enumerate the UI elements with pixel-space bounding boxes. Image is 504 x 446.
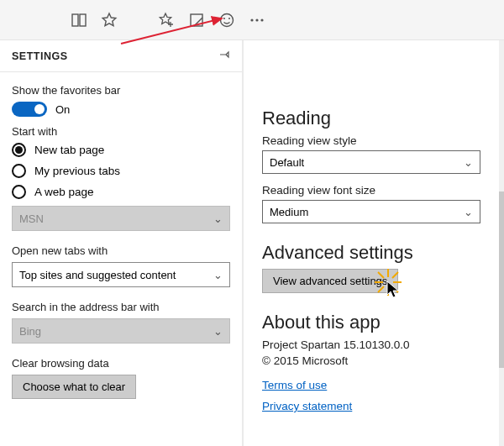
reading-style-value: Default [270, 156, 304, 169]
note-icon[interactable] [186, 10, 207, 30]
radio-new-tab[interactable]: New tab page [12, 143, 230, 157]
reading-style-dropdown[interactable]: Default ⌄ [262, 150, 480, 174]
view-advanced-settings-label: View advanced settings [273, 275, 387, 287]
chevron-down-icon: ⌄ [464, 206, 473, 218]
svg-point-5 [228, 18, 230, 19]
star-icon[interactable] [99, 10, 119, 30]
svg-point-6 [250, 18, 253, 21]
about-copyright: © 2015 Microsoft [262, 354, 480, 367]
start-with-label: Start with [12, 125, 230, 138]
radio-web-page[interactable]: A web page [12, 185, 230, 199]
radio-previous-tabs[interactable]: My previous tabs [12, 164, 230, 178]
reading-list-icon[interactable] [69, 10, 89, 30]
homepage-dropdown-value: MSN [19, 213, 44, 225]
reading-heading: Reading [262, 108, 480, 129]
favorite-add-icon[interactable] [156, 10, 176, 30]
scrollbar[interactable] [499, 40, 504, 446]
svg-point-7 [255, 18, 258, 21]
chevron-down-icon: ⌄ [213, 213, 223, 225]
advanced-heading: Advanced settings [262, 242, 480, 264]
chevron-down-icon: ⌄ [213, 325, 223, 338]
settings-panel-header: SETTINGS [0, 40, 242, 72]
view-advanced-settings-button[interactable]: View advanced settings [262, 269, 398, 293]
settings-panel: SETTINGS Show the favorites bar On Start… [0, 40, 244, 446]
reading-font-label: Reading view font size [262, 184, 480, 197]
reading-font-value: Medium [270, 206, 308, 218]
pin-icon[interactable] [218, 49, 230, 63]
open-tabs-dropdown[interactable]: Top sites and suggested content ⌄ [12, 262, 230, 287]
search-engine-label: Search in the address bar with [12, 301, 230, 313]
clear-data-label: Clear browsing data [12, 357, 230, 370]
start-with-radio-group: New tab page My previous tabs A web page [12, 143, 230, 199]
favorites-bar-label: Show the favorites bar [12, 84, 230, 97]
about-heading: About this app [262, 312, 480, 333]
open-tabs-dropdown-value: Top sites and suggested content [19, 269, 176, 281]
homepage-dropdown: MSN ⌄ [12, 206, 230, 231]
reading-style-label: Reading view style [262, 134, 480, 147]
reading-font-dropdown[interactable]: Medium ⌄ [262, 200, 480, 223]
chevron-down-icon: ⌄ [464, 156, 473, 169]
favorites-bar-toggle-state: On [55, 103, 70, 116]
svg-point-3 [221, 13, 234, 26]
browser-toolbar [0, 0, 504, 40]
about-version: Project Spartan 15.10130.0.0 [262, 338, 480, 351]
svg-point-4 [223, 18, 225, 19]
terms-link[interactable]: Terms of use [262, 379, 327, 391]
svg-rect-1 [80, 14, 86, 26]
choose-clear-button[interactable]: Choose what to clear [12, 375, 136, 399]
more-icon[interactable] [247, 10, 267, 30]
radio-new-tab-label: New tab page [34, 144, 104, 156]
settings-title: SETTINGS [12, 50, 68, 62]
right-settings-panel: Reading Reading view style Default ⌄ Rea… [244, 40, 504, 446]
privacy-link[interactable]: Privacy statement [262, 400, 352, 412]
svg-point-8 [260, 18, 263, 21]
svg-rect-0 [72, 14, 78, 26]
scrollbar-thumb[interactable] [499, 192, 504, 368]
radio-web-page-label: A web page [34, 186, 94, 198]
choose-clear-button-label: Choose what to clear [23, 380, 125, 393]
radio-previous-tabs-label: My previous tabs [34, 165, 120, 177]
search-engine-dropdown-value: Bing [19, 325, 41, 338]
chevron-down-icon: ⌄ [213, 269, 223, 281]
search-engine-dropdown: Bing ⌄ [12, 318, 230, 344]
smiley-icon[interactable] [217, 10, 237, 30]
favorites-bar-toggle[interactable] [12, 102, 47, 117]
open-tabs-label: Open new tabs with [12, 244, 230, 257]
